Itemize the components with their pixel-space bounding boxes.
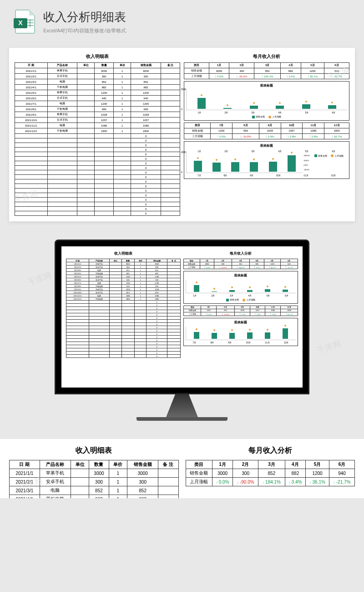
column-header: 数量 — [95, 63, 113, 68]
chart-label: 11月 — [265, 341, 270, 344]
column-header: 2月 — [214, 259, 232, 262]
table-row: 2021/3/1电脑8521852 — [10, 486, 179, 495]
table-row: 2021/10/1安卓手机105711057 — [15, 117, 180, 123]
table-row: 2021/5/1苹果手机120011200 — [15, 90, 180, 96]
table-row: 0 — [66, 323, 181, 326]
chart-dot — [196, 281, 197, 283]
table-row: 2021/3/1电脑8521852 — [15, 79, 180, 85]
cell: ↑ 2.8% — [265, 312, 281, 316]
legend-dot: 上月涨幅 — [334, 154, 344, 157]
column-header: 产品名称 — [89, 259, 109, 262]
chart-bar — [197, 98, 206, 109]
table-row: 2021/1/1苹果手机300013000 — [66, 262, 181, 265]
analysis-title: 每月收入分析 — [184, 53, 349, 60]
chart-title: 图表标题 — [186, 273, 296, 278]
chart-label: 9月 — [228, 341, 232, 344]
table-row: 2021/1/1苹果手机300013000 — [10, 469, 179, 478]
chart-label: 1月 — [193, 294, 197, 297]
chart-dot — [213, 329, 215, 331]
row-label: 上月涨幅 — [184, 133, 211, 139]
cell: 1057 — [250, 309, 265, 312]
cell: 1028 — [259, 128, 281, 133]
cell: ↓ -90.0% — [229, 74, 254, 79]
chart-label: 5月 — [267, 294, 270, 297]
table-row: 2021/12/1平板电脑180011800 — [15, 128, 180, 134]
cell: 1800 — [324, 128, 349, 133]
chart-bar — [212, 291, 217, 292]
row-label: 上月涨幅 — [186, 478, 212, 486]
cell: ↑ -21.7% — [280, 265, 298, 269]
table-row: 2021/2/1安卓手机3001300 — [10, 478, 179, 486]
table-row: 2021/7/1电脑120011200 — [15, 101, 180, 107]
column-header: 1月 — [209, 63, 229, 68]
chart-label: 12月 — [331, 174, 336, 177]
chart-dot — [253, 102, 255, 104]
cell: ↓ -90.0% — [214, 265, 232, 269]
analysis-table-1: 类目1月2月3月4月5月6月销售金额30003008528821200940上月… — [183, 259, 298, 269]
chart-bar — [194, 332, 199, 339]
chart-2: 图表标题 1月2月3月4月5月6月 20000 100.0%50.0%0.0%-… — [184, 141, 349, 179]
chart-label: 2月 — [225, 111, 228, 114]
table-row: 0 — [66, 329, 181, 332]
table-row: 2021/3/1电脑8521852 — [66, 269, 181, 272]
table-row: 0 — [15, 143, 180, 148]
cell: 300 — [233, 469, 258, 478]
chart-dot — [227, 104, 228, 106]
column-header: 类目 — [184, 63, 209, 68]
cell: ↑ 0.0% — [200, 265, 214, 269]
column-header: 9月 — [235, 306, 250, 309]
column-header: 备 注 — [167, 259, 180, 262]
chart-title: 图表标题 — [186, 143, 347, 148]
chart-bar — [265, 332, 270, 339]
column-header: 11月 — [303, 122, 324, 128]
cell: ↑ 2.8% — [250, 312, 265, 316]
cell: 1200 — [264, 262, 281, 265]
column-header: 单价 — [135, 259, 147, 262]
cell: 1057 — [281, 128, 303, 133]
column-header: 备 注 — [161, 63, 180, 68]
chart-bar — [283, 290, 288, 292]
chart-dot — [231, 286, 233, 288]
column-header: 1月 — [212, 460, 233, 469]
chart-dot — [201, 94, 202, 96]
detail-table: 日 期产品名称单位数量单价销售金额备 注2021/1/1苹果手机30001300… — [15, 62, 180, 216]
row-label: 销售金额 — [184, 68, 209, 74]
column-header: 数量 — [121, 259, 135, 262]
column-header: 8月 — [233, 122, 259, 128]
column-header: 4月 — [280, 63, 301, 68]
column-header: 3月 — [232, 259, 250, 262]
cell: ↓ -16.8% — [216, 312, 235, 316]
chart-bar — [212, 163, 221, 172]
chart-label: 3月 — [252, 111, 255, 114]
column-header: 7月 — [211, 122, 233, 128]
monitor-mockup: 收入明细表 日 期产品名称单位数量单价销售金额备 注2021/1/1苹果手机30… — [0, 240, 364, 421]
chart-dot — [267, 329, 268, 331]
chart-bar — [269, 162, 277, 172]
chart-bar — [250, 106, 258, 109]
chart-label: 11月 — [303, 174, 308, 177]
chart-label: 6月 — [285, 294, 288, 297]
column-header: 单位 — [77, 63, 95, 68]
cell: ↑ -21.7% — [329, 478, 355, 486]
column-header: 1月 — [200, 259, 214, 262]
table-row: 0 — [66, 304, 181, 307]
table-row: 2021/4/1平板电脑8821882 — [10, 495, 179, 499]
page-header: X 收入分析明细表 Excel/A4打印/内容随意修改/自带格式 — [0, 0, 364, 43]
column-header: 类目 — [184, 259, 200, 262]
cell: 999 — [216, 309, 235, 312]
legend-dot: 上月涨幅 — [272, 115, 281, 118]
column-header: 8月 — [216, 306, 235, 309]
analysis-table-1: 类目1月2月3月4月5月6月销售金额30003008528821200940上月… — [184, 62, 349, 79]
table-row: 0 — [15, 211, 180, 216]
chart-dot — [249, 286, 251, 288]
table-row: 0 — [66, 313, 181, 316]
table-row: 0 — [15, 184, 180, 189]
table-row: 2021/10/1安卓手机105711057 — [66, 291, 181, 294]
table-row: 0 — [15, 157, 180, 161]
chart-bar — [328, 105, 336, 109]
table-row: 2021/8/1平板电脑9991999 — [15, 107, 180, 112]
chart-bar — [250, 162, 258, 172]
table-row: 2021/1/1苹果手机300013000 — [15, 68, 180, 74]
cell: 882 — [280, 68, 301, 74]
chart-label: 6月 — [332, 111, 336, 114]
